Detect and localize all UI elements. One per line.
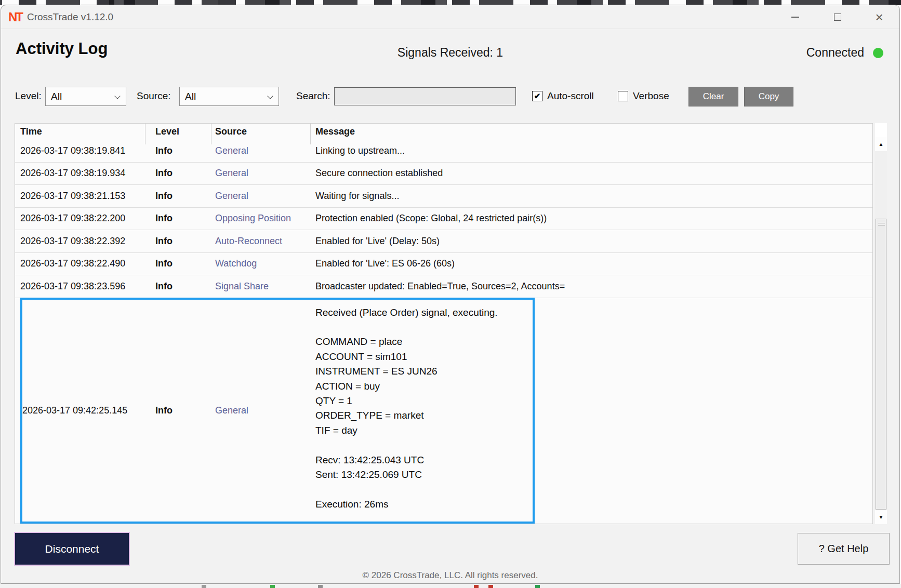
message-line: Recv: 13:42:25.043 UTC: [315, 453, 533, 467]
cell-message: Enabled for 'Live': ES 06-26 (60s): [310, 258, 872, 269]
scrollbar-corner: [875, 123, 887, 137]
cell-message: Received (Place Order) signal, executing…: [310, 300, 533, 522]
desktop-speck: [488, 585, 493, 588]
message-line: ACTION = buy: [315, 379, 533, 394]
level-filter-value: All: [51, 91, 62, 102]
filter-bar: Level: All Source: All Search: ✔ Auto-sc…: [1, 87, 899, 106]
log-row-highlighted[interactable]: 2026-03-17 09:42:25.145InfoGeneralReceiv…: [15, 298, 872, 524]
column-header-time[interactable]: Time: [15, 126, 145, 137]
message-line: [315, 482, 533, 497]
desktop-edge-artifact: [0, 584, 901, 588]
log-row[interactable]: 2026-03-17 09:38:21.153InfoGeneralWaitin…: [15, 185, 872, 208]
minimize-button[interactable]: [779, 5, 811, 29]
desktop-speck: [270, 585, 275, 588]
vertical-scrollbar[interactable]: ▲ ▼: [875, 123, 887, 524]
clear-button[interactable]: Clear: [688, 87, 738, 106]
status-dot-icon: [873, 48, 883, 58]
search-label: Search:: [296, 90, 330, 102]
scroll-down-button[interactable]: ▼: [875, 510, 887, 524]
cell-message: Broadcaster updated: Enabled=True, Sourc…: [310, 281, 872, 292]
desktop-speck: [202, 585, 206, 588]
maximize-button[interactable]: [822, 5, 853, 29]
cell-source[interactable]: General: [211, 191, 310, 202]
cell-source[interactable]: Auto-Reconnect: [211, 236, 310, 247]
cell-source[interactable]: General: [211, 145, 310, 156]
message-line: [315, 438, 533, 452]
scrollbar-thumb[interactable]: [876, 219, 886, 510]
column-header-source[interactable]: Source: [211, 126, 310, 137]
disconnect-button[interactable]: Disconnect: [15, 533, 129, 565]
level-filter-label: Level:: [15, 90, 42, 102]
cell-source[interactable]: Signal Share: [211, 281, 310, 292]
signals-received-counter: Signals Received: 1: [1, 46, 899, 60]
verbose-label: Verbose: [633, 90, 669, 102]
log-row[interactable]: 2026-03-17 09:38:22.200InfoOpposing Posi…: [15, 208, 872, 231]
chevron-down-icon: [114, 93, 120, 99]
scroll-up-icon: ▲: [879, 141, 884, 147]
copy-button[interactable]: Copy: [744, 87, 793, 106]
cell-level: Info: [145, 213, 211, 224]
cell-source[interactable]: General: [211, 168, 310, 179]
window-title: CrossTrade v1.12.0: [27, 11, 113, 23]
cell-time: 2026-03-17 09:38:19.841: [15, 145, 145, 156]
minimize-icon: [791, 17, 799, 18]
column-divider: [310, 124, 311, 144]
cell-message: Linking to upstream...: [310, 145, 872, 156]
autoscroll-checkbox[interactable]: ✔: [532, 91, 542, 101]
message-line: ACCOUNT = sim101: [315, 350, 533, 364]
log-rows: 2026-03-17 09:38:19.841InfoGeneralLinkin…: [15, 140, 872, 524]
desktop-speck: [535, 585, 540, 588]
level-filter-select[interactable]: All: [45, 87, 126, 106]
message-line: Received (Place Order) signal, executing…: [315, 305, 533, 320]
cell-time: 2026-03-17 09:38:22.200: [15, 213, 145, 224]
chevron-down-icon: [267, 93, 273, 99]
cell-message: Protection enabled (Scope: Global, 24 re…: [310, 213, 872, 224]
get-help-button[interactable]: ? Get Help: [798, 533, 890, 565]
cell-source[interactable]: General: [211, 300, 310, 522]
column-header-level[interactable]: Level: [145, 126, 211, 137]
cell-time: 2026-03-17 09:38:22.490: [15, 258, 145, 269]
message-line: ORDER_TYPE = market: [315, 408, 533, 423]
column-header-message[interactable]: Message: [310, 126, 872, 137]
cell-message: Enabled for 'Live' (Delay: 50s): [310, 236, 872, 247]
thumb-grip-icon: [878, 223, 885, 225]
app-window: NT CrossTrade v1.12.0 × Activity Log Sig…: [1, 5, 900, 584]
activity-log-table: Time Level Source Message 2026-03-17 09:…: [15, 123, 873, 524]
cell-level: Info: [145, 168, 211, 179]
log-row[interactable]: 2026-03-17 09:38:19.934InfoGeneralSecure…: [15, 163, 872, 185]
source-filter-select[interactable]: All: [179, 87, 279, 106]
maximize-icon: [834, 14, 841, 21]
log-row[interactable]: 2026-03-17 09:38:22.392InfoAuto-Reconnec…: [15, 230, 872, 253]
search-input[interactable]: [334, 87, 516, 105]
message-line: COMMAND = place: [315, 335, 533, 349]
connection-status: Connected: [806, 46, 883, 60]
cell-level: Info: [145, 300, 211, 522]
desktop-speck: [318, 585, 323, 588]
table-header-row: Time Level Source Message: [15, 124, 872, 140]
column-divider: [145, 124, 145, 144]
verbose-checkbox[interactable]: [618, 91, 628, 101]
log-row[interactable]: 2026-03-17 09:38:23.596InfoSignal ShareB…: [15, 275, 872, 298]
log-row[interactable]: 2026-03-17 09:38:19.841InfoGeneralLinkin…: [15, 140, 872, 163]
scroll-up-button[interactable]: ▲: [875, 137, 887, 151]
cell-message: Waiting for signals...: [310, 191, 872, 202]
cell-level: Info: [145, 145, 211, 156]
source-filter-value: All: [185, 91, 196, 102]
message-line: TIF = day: [315, 423, 533, 438]
log-row[interactable]: 2026-03-17 09:38:22.490InfoWatchdogEnabl…: [15, 253, 872, 276]
cell-level: Info: [145, 236, 211, 247]
cell-time: 2026-03-17 09:38:23.596: [15, 281, 145, 292]
cell-source[interactable]: Watchdog: [211, 258, 310, 269]
close-button[interactable]: ×: [864, 5, 895, 29]
cell-time: 2026-03-17 09:42:25.145: [22, 300, 145, 522]
app-logo-icon: NT: [8, 10, 22, 24]
titlebar: NT CrossTrade v1.12.0 ×: [1, 5, 899, 29]
message-line: INSTRUMENT = ES JUN26: [315, 364, 533, 379]
message-line: Execution: 26ms: [315, 497, 533, 512]
cell-time: 2026-03-17 09:38:22.392: [15, 236, 145, 247]
cell-source[interactable]: Opposing Position: [211, 213, 310, 224]
source-filter-label: Source:: [137, 90, 170, 102]
desktop-speck: [474, 585, 479, 588]
cell-time: 2026-03-17 09:38:21.153: [15, 191, 145, 202]
message-line: QTY = 1: [315, 394, 533, 408]
